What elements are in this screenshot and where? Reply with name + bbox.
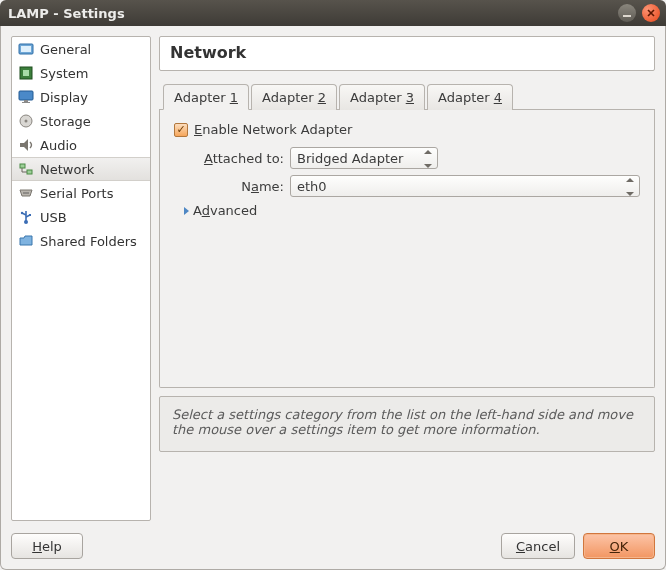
- sidebar-item-system[interactable]: System: [12, 61, 150, 85]
- sidebar-item-label: Shared Folders: [40, 234, 137, 249]
- sidebar-item-usb[interactable]: USB: [12, 205, 150, 229]
- network-icon: [18, 161, 34, 177]
- name-row: Name: eth0: [174, 175, 640, 197]
- combobox-arrows-icon: [423, 150, 433, 168]
- sidebar-item-network[interactable]: Network: [12, 157, 150, 181]
- sidebar-item-storage[interactable]: Storage: [12, 109, 150, 133]
- serial-ports-icon: [18, 185, 34, 201]
- enable-adapter-row: ✓ Enable Network Adapter: [174, 122, 640, 137]
- attached-to-combobox[interactable]: Bridged Adapter: [290, 147, 438, 169]
- svg-rect-8: [24, 100, 28, 102]
- sidebar-item-label: General: [40, 42, 91, 57]
- attached-to-row: Attached to: Bridged Adapter: [174, 147, 640, 169]
- cancel-button[interactable]: Cancel: [501, 533, 575, 559]
- svg-point-17: [23, 192, 25, 194]
- tab-area: Adapter 1 Adapter 2 Adapter 3 Adapter 4 …: [159, 79, 655, 388]
- svg-point-24: [21, 212, 23, 214]
- sidebar-item-label: Storage: [40, 114, 91, 129]
- sidebar-item-general[interactable]: General: [12, 37, 150, 61]
- help-text: Select a settings category from the list…: [172, 407, 633, 437]
- tab-adapter-4[interactable]: Adapter 4: [427, 84, 513, 110]
- enable-adapter-label: Enable Network Adapter: [194, 122, 352, 137]
- attached-to-label: Attached to:: [174, 151, 290, 166]
- titlebar: LAMP - Settings: [0, 0, 666, 26]
- svg-rect-13: [20, 164, 25, 168]
- svg-rect-6: [23, 70, 29, 76]
- sidebar-item-shared-folders[interactable]: Shared Folders: [12, 229, 150, 253]
- combobox-arrows-icon: [625, 178, 635, 196]
- advanced-label: Advanced: [193, 203, 257, 218]
- disclosure-triangle-icon: [184, 207, 189, 215]
- sidebar-item-display[interactable]: Display: [12, 85, 150, 109]
- audio-icon: [18, 137, 34, 153]
- content-area: General System Display Storage Audio Net…: [1, 26, 665, 527]
- sidebar-item-label: Display: [40, 90, 88, 105]
- system-icon: [18, 65, 34, 81]
- svg-point-19: [27, 192, 29, 194]
- settings-sidebar: General System Display Storage Audio Net…: [11, 36, 151, 521]
- page-heading-box: Network: [159, 36, 655, 71]
- usb-icon: [18, 209, 34, 225]
- sidebar-item-label: Audio: [40, 138, 77, 153]
- name-combobox[interactable]: eth0: [290, 175, 640, 197]
- main-panel: Network Adapter 1 Adapter 2 Adapter 3 Ad…: [159, 36, 655, 521]
- sidebar-item-label: Serial Ports: [40, 186, 113, 201]
- window-body: General System Display Storage Audio Net…: [0, 26, 666, 570]
- ok-button[interactable]: OK: [583, 533, 655, 559]
- svg-point-11: [25, 120, 28, 123]
- svg-rect-14: [27, 170, 32, 174]
- check-icon: ✓: [176, 123, 185, 136]
- help-text-box: Select a settings category from the list…: [159, 396, 655, 452]
- name-label: Name:: [174, 179, 290, 194]
- svg-rect-9: [22, 102, 30, 103]
- sidebar-item-label: Network: [40, 162, 94, 177]
- close-button[interactable]: [642, 4, 660, 22]
- tab-adapter-1[interactable]: Adapter 1: [163, 84, 249, 110]
- general-icon: [18, 41, 34, 57]
- svg-rect-4: [21, 46, 31, 52]
- sidebar-item-audio[interactable]: Audio: [12, 133, 150, 157]
- window-title: LAMP - Settings: [8, 6, 612, 21]
- shared-folders-icon: [18, 233, 34, 249]
- svg-marker-12: [20, 139, 28, 151]
- minimize-button[interactable]: [618, 4, 636, 22]
- advanced-expander[interactable]: Advanced: [184, 203, 640, 218]
- sidebar-item-label: USB: [40, 210, 67, 225]
- help-button[interactable]: Help: [11, 533, 83, 559]
- svg-point-18: [25, 192, 27, 194]
- tab-body: ✓ Enable Network Adapter Attached to: Br…: [159, 110, 655, 388]
- sidebar-item-label: System: [40, 66, 88, 81]
- tab-adapter-2[interactable]: Adapter 2: [251, 84, 337, 110]
- svg-rect-0: [623, 15, 631, 17]
- name-value: eth0: [297, 179, 327, 194]
- enable-adapter-checkbox[interactable]: ✓: [174, 123, 188, 137]
- svg-rect-25: [29, 214, 31, 216]
- adapter-tabs: Adapter 1 Adapter 2 Adapter 3 Adapter 4: [159, 79, 655, 110]
- footer-buttons: Help Cancel OK: [1, 527, 665, 569]
- storage-icon: [18, 113, 34, 129]
- attached-to-value: Bridged Adapter: [297, 151, 403, 166]
- tab-adapter-3[interactable]: Adapter 3: [339, 84, 425, 110]
- display-icon: [18, 89, 34, 105]
- svg-rect-7: [19, 91, 33, 100]
- sidebar-item-serial-ports[interactable]: Serial Ports: [12, 181, 150, 205]
- page-title: Network: [170, 43, 644, 62]
